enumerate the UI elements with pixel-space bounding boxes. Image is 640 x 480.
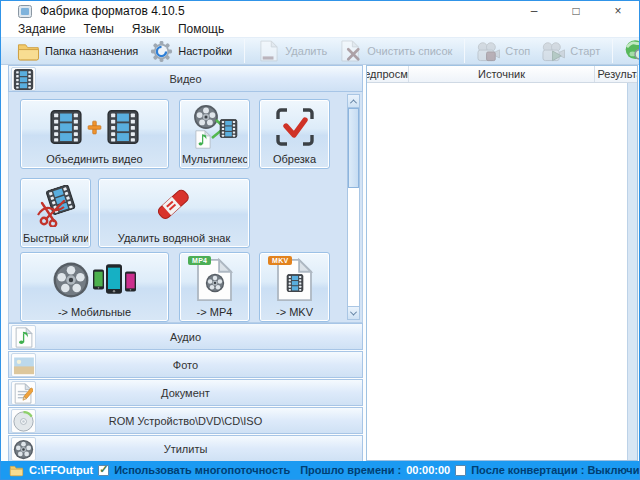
maximize-button[interactable]: □ bbox=[555, 1, 597, 21]
delete-page-icon bbox=[257, 40, 280, 63]
settings-label: Настройки bbox=[178, 45, 232, 57]
toolbar-separator bbox=[464, 39, 465, 63]
disc-icon bbox=[11, 409, 36, 433]
column-header-preview[interactable]: Предпросмотр bbox=[367, 66, 409, 82]
tile-crop[interactable]: Обрезка bbox=[259, 99, 330, 169]
crop-icon bbox=[260, 102, 329, 152]
tile-multiplex[interactable]: Мультиплекс bbox=[179, 99, 250, 169]
tile-label: Мультиплекс bbox=[182, 153, 247, 165]
toolbar-separator bbox=[244, 39, 245, 63]
category-audio[interactable]: Аудио bbox=[8, 323, 363, 350]
task-list-header: Предпросмотр Источник Результат / Состоя… bbox=[367, 66, 637, 83]
eraser-icon bbox=[99, 181, 249, 231]
category-document-label: Документ bbox=[9, 387, 362, 399]
mobile-devices-icon bbox=[21, 255, 168, 305]
task-list-body[interactable] bbox=[367, 83, 627, 460]
output-folder-icon[interactable] bbox=[9, 464, 24, 477]
stop-button[interactable]: Стоп bbox=[471, 38, 536, 65]
tile-label: -> MP4 bbox=[182, 306, 247, 318]
reel-icon bbox=[11, 437, 36, 461]
chevron-up-icon bbox=[350, 99, 357, 106]
status-bar: C:\FFOutput Использовать многопоточность… bbox=[1, 461, 639, 479]
elapsed-time-value: 00:00:00 bbox=[406, 464, 450, 476]
merge-video-icon bbox=[21, 102, 168, 152]
app-window: Фабрика форматов 4.10.5 – □ × Задание Те… bbox=[0, 0, 640, 480]
start-icon bbox=[542, 40, 565, 63]
delete-button[interactable]: Удалить bbox=[251, 38, 333, 65]
multithread-label: Использовать многопоточность bbox=[114, 464, 290, 476]
tile-label: -> MKV bbox=[262, 306, 327, 318]
tile-quick-clip[interactable]: Быстрый клип bbox=[20, 178, 91, 248]
menu-item-themes[interactable]: Темы bbox=[75, 22, 123, 36]
title-bar[interactable]: Фабрика форматов 4.10.5 – □ × bbox=[1, 1, 639, 21]
category-panel: Видео Объединить видео bbox=[8, 65, 363, 463]
scroll-up-button[interactable] bbox=[348, 95, 359, 108]
clear-list-label: Очистить список bbox=[367, 45, 452, 57]
stop-icon bbox=[477, 40, 500, 63]
minimize-button[interactable]: – bbox=[513, 1, 555, 21]
mp4-badge: MP4 bbox=[188, 256, 211, 265]
start-button[interactable]: Старт bbox=[536, 38, 606, 65]
tile-to-mkv[interactable]: MKV -> MKV bbox=[259, 252, 330, 322]
toolbar: Папка назначения Настройки Удалить Очист… bbox=[1, 37, 639, 65]
category-utilities[interactable]: Утилиты bbox=[8, 435, 363, 462]
chevron-down-icon bbox=[350, 308, 357, 315]
scrollbar-thumb[interactable] bbox=[348, 108, 359, 188]
category-video-label: Видео bbox=[9, 73, 362, 85]
tile-label: Обрезка bbox=[262, 153, 327, 165]
video-scrollbar[interactable] bbox=[347, 94, 360, 320]
column-header-result[interactable]: Результат / Состояние bbox=[595, 66, 638, 82]
mkv-badge: MKV bbox=[268, 256, 292, 265]
category-document[interactable]: Документ bbox=[8, 379, 363, 406]
column-header-source[interactable]: Источник bbox=[409, 66, 595, 82]
window-title: Фабрика форматов 4.10.5 bbox=[40, 4, 185, 18]
output-path[interactable]: C:\FFOutput bbox=[29, 464, 93, 476]
category-rom-device[interactable]: ROM Устройство\DVD\CD\ISO bbox=[8, 407, 363, 434]
video-panel: Объединить видео Мультиплекс bbox=[8, 92, 363, 323]
task-list-panel: Предпросмотр Источник Результат / Состоя… bbox=[366, 65, 638, 461]
tile-label: -> Мобильные bbox=[23, 306, 166, 318]
settings-button[interactable]: Настройки bbox=[144, 38, 238, 65]
toolbar-separator bbox=[612, 39, 613, 63]
menu-bar: Задание Темы Язык Помощь bbox=[1, 21, 639, 37]
website-button[interactable]: Сайт программы bbox=[619, 38, 640, 65]
tile-label: Объединить видео bbox=[23, 153, 166, 165]
gear-icon bbox=[150, 40, 173, 63]
menu-item-language[interactable]: Язык bbox=[123, 22, 169, 36]
tile-to-mp4[interactable]: MP4 -> MP4 bbox=[179, 252, 250, 322]
category-photo[interactable]: Фото bbox=[8, 351, 363, 378]
tile-label: Быстрый клип bbox=[23, 232, 88, 244]
elapsed-time-label: Прошло времени : bbox=[300, 464, 401, 476]
document-icon bbox=[11, 381, 36, 405]
task-list-scrollbar[interactable] bbox=[627, 83, 637, 460]
tile-remove-watermark[interactable]: Удалить водяной знак bbox=[98, 178, 250, 248]
tile-merge-video[interactable]: Объединить видео bbox=[20, 99, 169, 169]
tile-to-mobile[interactable]: -> Мобильные bbox=[20, 252, 169, 322]
shutdown-after-convert-label: После конвертации : Выключить ПК bbox=[471, 464, 639, 476]
photo-icon bbox=[11, 353, 36, 377]
category-audio-label: Аудио bbox=[9, 331, 362, 343]
shutdown-after-convert-checkbox[interactable] bbox=[455, 465, 466, 476]
clear-list-button[interactable]: Очистить список bbox=[333, 38, 458, 65]
window-controls: – □ × bbox=[513, 1, 639, 21]
audio-icon bbox=[11, 325, 36, 349]
category-video[interactable]: Видео bbox=[8, 65, 363, 92]
multithread-checkbox[interactable] bbox=[98, 465, 109, 476]
category-photo-label: Фото bbox=[9, 359, 362, 371]
multiplex-icon bbox=[180, 102, 249, 152]
video-icon bbox=[11, 67, 36, 91]
app-icon bbox=[18, 5, 32, 18]
destination-folder-button[interactable]: Папка назначения bbox=[11, 38, 144, 65]
folder-icon bbox=[17, 40, 40, 63]
delete-label: Удалить bbox=[285, 45, 327, 57]
start-label: Старт bbox=[570, 45, 600, 57]
clear-list-icon bbox=[339, 40, 362, 63]
quick-clip-icon bbox=[21, 181, 90, 231]
stop-label: Стоп bbox=[505, 45, 530, 57]
destination-folder-label: Папка назначения bbox=[45, 45, 138, 57]
close-button[interactable]: × bbox=[597, 1, 639, 21]
scroll-down-button[interactable] bbox=[348, 306, 359, 319]
menu-item-help[interactable]: Помощь bbox=[169, 22, 233, 36]
menu-item-task[interactable]: Задание bbox=[9, 22, 75, 36]
category-rom-label: ROM Устройство\DVD\CD\ISO bbox=[9, 415, 362, 427]
